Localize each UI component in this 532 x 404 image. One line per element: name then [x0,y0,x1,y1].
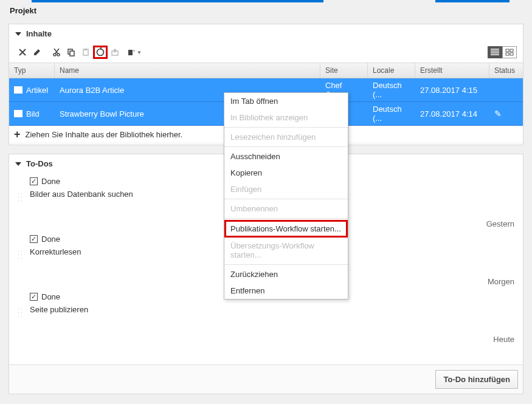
cell-locale: Deutsch (... [368,78,415,101]
menu-separator [224,218,348,219]
svg-rect-9 [506,49,509,52]
paste-icon [78,46,93,59]
menu-bookmark: Lesezeichen hinzufügen [224,129,348,145]
inhalte-toolbar: ▼ [9,43,523,63]
menu-withdraw[interactable]: Zurückziehen [224,266,348,282]
todo-item[interactable]: ······ Seite publizieren [16,305,516,318]
collapse-caret-icon [15,162,21,166]
menu-start-translation-workflow: Übersetzungs-Workflow starten... [224,238,348,263]
menu-remove[interactable]: Entfernen [224,282,348,299]
close-icon[interactable] [15,46,30,59]
chevron-down-icon: ▼ [137,50,142,55]
col-locale[interactable]: Locale [368,63,415,78]
cell-status [489,78,523,101]
withdraw-icon [108,46,122,59]
col-erstellt[interactable]: Erstellt [415,63,489,78]
cell-typ: Artikel [9,78,55,101]
collapse-caret-icon [15,32,21,36]
checkbox-icon[interactable]: ✓ [30,177,38,185]
menu-start-publication-workflow[interactable]: Publikations-Workflow starten... [224,220,348,238]
cell-erstellt: 27.08.2017 4:14 [415,102,489,125]
todo-text: Seite publizieren [30,305,88,314]
page-title: Projekt [0,0,532,21]
menu-copy[interactable]: Kopieren [224,165,348,181]
menu-open-tab[interactable]: Im Tab öffnen [224,93,348,109]
svg-rect-5 [85,49,87,50]
drag-handle-icon[interactable]: ······ [16,249,25,260]
more-dropdown-icon[interactable]: ▼ [127,46,142,59]
edit-icon[interactable] [30,46,44,59]
plus-icon: + [14,129,21,140]
drag-handle-icon[interactable]: ······ [16,191,25,202]
menu-paste: Einfügen [224,181,348,197]
checkbox-icon[interactable]: ✓ [30,293,38,301]
checkbox-icon[interactable]: ✓ [30,235,38,243]
svg-rect-8 [128,50,133,55]
todos-footer: To-Do hinzufügen [9,365,523,394]
menu-rename: Umbenennen [224,200,348,217]
svg-rect-11 [506,53,509,55]
done-label: Done [41,292,60,301]
done-label: Done [41,235,60,244]
view-switch [488,46,517,58]
menu-cut[interactable]: Ausschneiden [224,148,348,165]
context-menu: Im Tab öffnen In Bibliothek anzeigen Les… [224,92,348,300]
workflow-icon[interactable] [93,46,108,59]
svg-point-6 [97,49,104,56]
panel-inhalte-title: Inhalte [26,29,52,38]
copy-icon[interactable] [64,46,78,59]
content-table-header: Typ Name Site Locale Erstellt Status [9,63,523,78]
menu-separator [224,264,348,265]
cell-locale: Deutsch (... [368,102,415,125]
menu-separator [224,199,348,199]
todo-text: Korrekturlesen [30,247,81,256]
cut-icon[interactable] [49,46,64,59]
panel-inhalte-header[interactable]: Inhalte [9,24,523,43]
cell-typ-label: Bild [26,109,40,118]
window-accent-bar [32,0,323,2]
cell-status[interactable]: ✎ [489,102,523,125]
panel-todos-title: To-Dos [26,159,53,168]
cell-typ: Bild [9,102,55,125]
svg-rect-12 [510,53,513,55]
article-icon [14,86,22,94]
menu-show-library: In Bibliothek anzeigen [224,109,348,126]
cell-erstellt: 27.08.2017 4:15 [415,78,489,101]
col-status[interactable]: Status [489,63,523,78]
svg-point-1 [57,53,60,56]
todo-text: Bilder aus Datenbank suchen [30,190,133,199]
list-view-icon[interactable] [488,46,502,58]
svg-point-0 [54,53,56,56]
add-todo-button[interactable]: To-Do hinzufügen [435,370,518,389]
cell-typ-label: Artikel [26,86,48,95]
edit-row-icon[interactable]: ✎ [494,109,502,118]
col-typ[interactable]: Typ [9,63,55,78]
drag-handle-icon[interactable]: ······ [16,307,25,318]
col-name[interactable]: Name [55,63,320,78]
image-icon [14,110,22,117]
window-accent-bar [435,0,510,2]
done-label: Done [41,177,60,186]
drop-hint-label: Ziehen Sie Inhalte aus der Bibliothek hi… [26,130,183,139]
todo-date: Heute [16,335,514,344]
col-site[interactable]: Site [320,63,368,78]
menu-separator [224,127,348,128]
menu-separator [224,146,348,147]
svg-rect-3 [70,51,74,56]
grid-view-icon[interactable] [502,46,517,58]
svg-rect-10 [510,49,513,52]
